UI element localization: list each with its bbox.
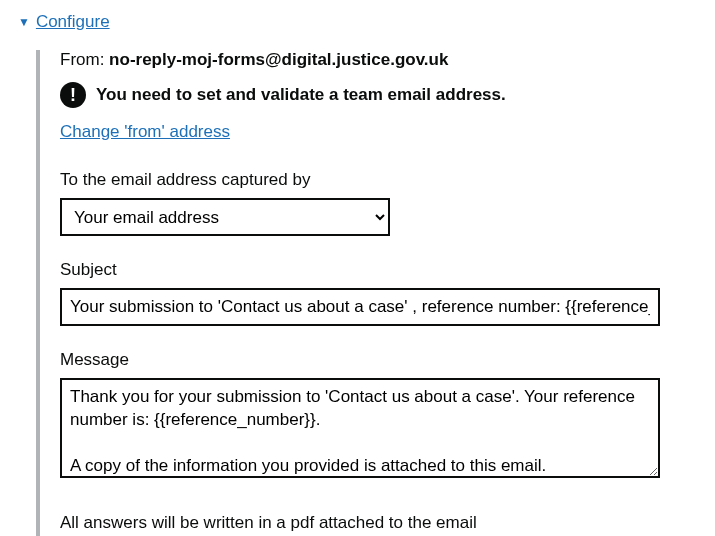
from-email: no-reply-moj-forms@digital.justice.gov.u… — [109, 50, 448, 69]
message-field-group: Message Thank you for your submission to… — [60, 350, 697, 483]
from-line: From: no-reply-moj-forms@digital.justice… — [60, 50, 697, 70]
configure-toggle[interactable]: ▼ Configure — [18, 12, 697, 32]
configure-link-label: Configure — [36, 12, 110, 32]
configure-panel: From: no-reply-moj-forms@digital.justice… — [36, 50, 697, 536]
to-field-label: To the email address captured by — [60, 170, 697, 190]
change-from-link[interactable]: Change 'from' address — [60, 122, 230, 142]
from-label: From: — [60, 50, 109, 69]
warning-text: You need to set and validate a team emai… — [96, 85, 506, 105]
warning-glyph: ! — [70, 85, 76, 106]
to-field-select[interactable]: Your email address — [60, 198, 390, 236]
subject-field-label: Subject — [60, 260, 697, 280]
pdf-helper-text: All answers will be written in a pdf att… — [60, 513, 697, 533]
warning-icon: ! — [60, 82, 86, 108]
subject-field-group: Subject — [60, 260, 697, 326]
message-textarea[interactable]: Thank you for your submission to 'Contac… — [60, 378, 660, 478]
warning-row: ! You need to set and validate a team em… — [60, 82, 697, 108]
triangle-down-icon: ▼ — [18, 15, 30, 29]
to-field-group: To the email address captured by Your em… — [60, 170, 697, 236]
subject-input[interactable] — [60, 288, 660, 326]
message-field-label: Message — [60, 350, 697, 370]
